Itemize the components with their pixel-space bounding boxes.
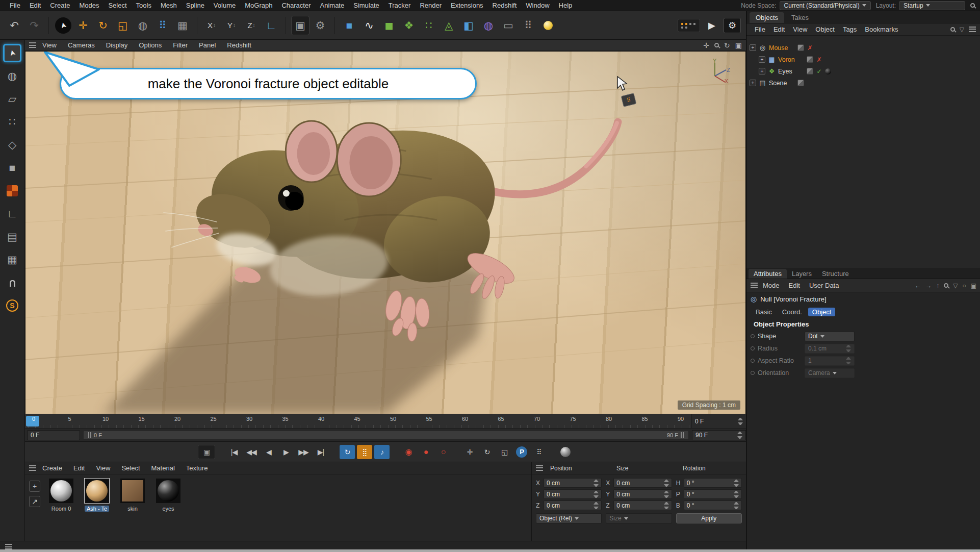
object-properties-header[interactable]: Object Properties [746, 318, 980, 330]
subtab-coord[interactable]: Coord. [778, 308, 806, 316]
menu-help[interactable]: Help [554, 2, 577, 9]
tab-layers[interactable]: Layers [787, 269, 817, 279]
rotation-h-field[interactable]: 0 ° [684, 478, 742, 488]
enable-mark-icon[interactable]: ✓ [815, 68, 823, 75]
material-thumb[interactable] [120, 479, 145, 503]
subtab-basic[interactable]: Basic [752, 308, 776, 316]
menu-edit[interactable]: Edit [25, 2, 45, 9]
size-z-field[interactable]: 0 cm [613, 500, 672, 510]
workplane-mode-button[interactable]: ▱ [3, 90, 21, 108]
size-y-field[interactable]: 0 cm [613, 489, 672, 499]
menu-select[interactable]: Select [104, 2, 131, 9]
render-queue-button[interactable] [678, 19, 700, 32]
vp-menu-view[interactable]: View [37, 41, 62, 49]
mat-menu-material[interactable]: Material [146, 464, 180, 472]
record-parameter-toggle[interactable]: P [514, 445, 529, 459]
go-to-start-button[interactable]: |◀ [226, 445, 242, 459]
disable-mark-icon[interactable]: ✗ [806, 44, 814, 52]
position-z-field[interactable]: 0 cm [544, 500, 602, 510]
axis-mode-button[interactable]: ∟ [3, 205, 21, 223]
texture-tile-button[interactable] [3, 182, 21, 200]
range-track[interactable]: 0 F 90 F [83, 431, 689, 440]
subtab-object[interactable]: Object [808, 308, 836, 316]
coordinate-system-button[interactable]: ∟ [262, 16, 280, 35]
tweak-tool-button[interactable]: ⠿ [153, 16, 172, 35]
layer-toggle[interactable] [797, 44, 804, 51]
keyframe-selection-button[interactable]: ○ [435, 445, 451, 459]
animation-dot-icon[interactable] [751, 334, 755, 338]
vp-menu-redshift[interactable]: Redshift [222, 41, 256, 49]
add-material-button[interactable]: + [29, 481, 40, 492]
workplane-tool-button[interactable]: ▦ [173, 16, 192, 35]
magnet-snap-button[interactable]: U [3, 273, 21, 292]
tree-row-voronoi[interactable]: + ▦ Voron ✗ [746, 54, 980, 65]
attr-menu-mode[interactable]: Mode [759, 282, 784, 289]
mat-menu-edit[interactable]: Edit [68, 464, 90, 472]
object-mode-dropdown[interactable]: Object (Rel) [536, 513, 602, 523]
vp-menu-panel[interactable]: Panel [194, 41, 221, 49]
interactive-render-button[interactable]: ▶ [703, 18, 720, 33]
om-menu-edit[interactable]: Edit [769, 26, 789, 33]
scale-tool[interactable]: ◱ [114, 16, 132, 35]
matrix-button[interactable]: ∷ [420, 16, 438, 35]
object-name[interactable]: Scene [769, 80, 795, 87]
record-rotation-toggle[interactable]: ↻ [479, 445, 495, 459]
material-item[interactable]: eyes [153, 479, 183, 512]
layout-dropdown[interactable]: Startup [899, 1, 965, 10]
simulation-button[interactable]: S [3, 296, 21, 315]
frame-stepper[interactable] [738, 418, 743, 425]
vp-menu-options[interactable]: Options [134, 41, 167, 49]
om-menu-bookmarks[interactable]: Bookmarks [861, 26, 902, 33]
parent-up-icon[interactable]: ↑ [936, 282, 939, 289]
om-menu-tags[interactable]: Tags [839, 26, 861, 33]
expand-icon[interactable]: + [750, 80, 756, 86]
viewport-hamburger-icon[interactable] [29, 42, 36, 48]
menu-mograph[interactable]: MoGraph [240, 2, 277, 9]
keying-settings-button[interactable] [558, 445, 573, 459]
live-selection-tool[interactable]: ➤ [54, 16, 72, 35]
last-tool-button[interactable]: ◍ [134, 16, 152, 35]
menu-mesh[interactable]: Mesh [156, 2, 182, 9]
status-hamburger-icon[interactable] [5, 544, 12, 549]
coords-hamburger-icon[interactable] [536, 465, 543, 471]
keyframe-bar-toggle[interactable]: ⣿ [357, 445, 372, 459]
rotate-tool[interactable]: ↻ [94, 16, 112, 35]
record-button[interactable]: ◉ [401, 445, 416, 459]
subdivision-surface-button[interactable]: ◼ [380, 16, 398, 35]
viewport-orbit-icon[interactable]: ↻ [724, 41, 730, 49]
om-layers-icon[interactable] [969, 27, 976, 32]
array-dots-button[interactable]: ⠿ [519, 16, 537, 35]
range-end-field[interactable]: 90 F [692, 430, 746, 440]
material-item[interactable]: Ash - Te [82, 479, 112, 512]
material-item[interactable]: skin [118, 479, 147, 512]
menu-extensions[interactable]: Extensions [446, 2, 488, 9]
menu-create[interactable]: Create [45, 2, 74, 9]
rotation-p-field[interactable]: 0 ° [684, 489, 742, 499]
play-button[interactable]: ▶ [278, 445, 294, 459]
expand-icon[interactable]: + [759, 68, 765, 74]
size-mode-dropdown[interactable]: Size [606, 513, 672, 523]
tab-objects[interactable]: Objects [750, 12, 784, 23]
deformer-button[interactable]: ◍ [479, 16, 498, 35]
sound-toggle[interactable]: ♪ [374, 445, 390, 459]
expand-icon[interactable]: + [759, 56, 765, 63]
voronoi-fracture-button[interactable]: ◬ [440, 16, 458, 35]
menu-character[interactable]: Character [277, 2, 315, 9]
material-item[interactable]: Room 0 [46, 479, 76, 512]
attr-filter-icon[interactable]: ▽ [953, 282, 958, 289]
undo-button[interactable]: ↶ [5, 16, 23, 35]
tab-attributes[interactable]: Attributes [749, 269, 787, 279]
node-space-dropdown[interactable]: Current (Standard/Physical) [780, 1, 871, 10]
menu-redshift[interactable]: Redshift [488, 2, 522, 9]
lock-z-button[interactable]: Z↕ [242, 16, 261, 35]
menu-file[interactable]: File [5, 2, 25, 9]
enable-axis-button[interactable]: ▤ [3, 228, 21, 246]
previous-frame-button[interactable]: ◀ [261, 445, 276, 459]
attr-new-panel-icon[interactable]: ▣ [971, 282, 976, 289]
floor-object-button[interactable]: ▭ [499, 16, 518, 35]
attr-search-icon[interactable] [944, 283, 948, 288]
material-link-button[interactable]: ↗ [29, 496, 40, 507]
menu-animate[interactable]: Animate [316, 2, 349, 9]
layer-toggle[interactable] [807, 56, 813, 63]
position-x-field[interactable]: 0 cm [544, 478, 602, 488]
